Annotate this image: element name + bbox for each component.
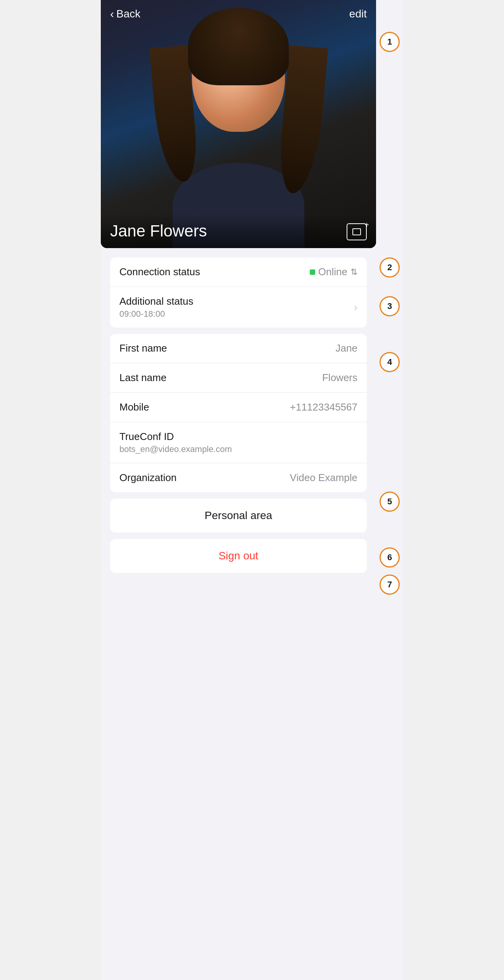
- step-badge-6: 6: [380, 547, 400, 568]
- additional-status-row[interactable]: Additional status 09:00-18:00 ›: [110, 287, 367, 328]
- online-status-dot: [310, 269, 315, 275]
- mobile-label: Mobile: [119, 401, 149, 413]
- organization-label: Organization: [119, 472, 176, 484]
- step-badge-4: 4: [380, 352, 400, 372]
- step-badge-5: 5: [380, 492, 400, 512]
- connection-label: Connection status: [119, 266, 200, 278]
- step-badge-1: 1: [380, 32, 400, 52]
- edit-button[interactable]: edit: [349, 8, 367, 20]
- hero-section: ‹ Back edit Jane Flowers +: [101, 0, 376, 248]
- first-name-value: Jane: [336, 342, 357, 354]
- user-name: Jane Flowers: [110, 222, 207, 240]
- sign-out-label: Sign out: [219, 550, 259, 562]
- connection-value: Online: [318, 266, 347, 278]
- connection-status-row: Connection status Online ⇅: [110, 257, 367, 287]
- personal-info-card: First name Jane Last name Flowers Mobile…: [110, 334, 367, 492]
- organization-value: Video Example: [290, 472, 357, 484]
- additional-status-label: Additional status: [119, 295, 193, 307]
- trueconf-id-label: TrueConf ID: [119, 431, 357, 443]
- last-name-label: Last name: [119, 372, 166, 384]
- profile-photo-bg: [101, 0, 376, 248]
- trueconf-id-row: TrueConf ID bots_en@video.example.com: [110, 422, 367, 463]
- step-badge-7: 7: [380, 575, 400, 595]
- plus-icon: +: [364, 221, 369, 229]
- last-name-row: Last name Flowers: [110, 363, 367, 393]
- sign-out-button[interactable]: Sign out: [110, 539, 367, 573]
- organization-row: Organization Video Example: [110, 463, 367, 492]
- last-name-value: Flowers: [322, 372, 357, 384]
- step-badges-column: 1 2 3 4 5 6: [376, 0, 403, 980]
- first-name-row: First name Jane: [110, 334, 367, 363]
- personal-area-button[interactable]: Personal area: [110, 499, 367, 533]
- chevron-right-icon: ›: [354, 301, 357, 314]
- step-badge-3: 3: [380, 296, 400, 316]
- status-card: Connection status Online ⇅ Additional st…: [110, 257, 367, 328]
- top-navigation: ‹ Back edit: [101, 0, 376, 28]
- trueconf-id-value: bots_en@video.example.com: [119, 444, 357, 454]
- connection-value-group: Online ⇅: [310, 266, 357, 278]
- info-cards-section: Connection status Online ⇅ Additional st…: [101, 248, 376, 573]
- step-badge-2: 2: [380, 257, 400, 278]
- back-chevron-icon: ‹: [110, 8, 114, 20]
- add-photo-button[interactable]: +: [347, 223, 367, 240]
- edit-label: edit: [349, 8, 367, 20]
- additional-status-hours: 09:00-18:00: [119, 309, 193, 319]
- mobile-value: +11123345567: [290, 401, 357, 413]
- hero-bottom-bar: Jane Flowers +: [101, 214, 376, 248]
- mobile-row: Mobile +11123345567: [110, 393, 367, 422]
- first-name-label: First name: [119, 342, 167, 354]
- back-button[interactable]: ‹ Back: [110, 8, 140, 20]
- personal-area-label: Personal area: [205, 509, 272, 522]
- sort-arrows-icon: ⇅: [350, 267, 357, 277]
- back-label: Back: [116, 8, 140, 20]
